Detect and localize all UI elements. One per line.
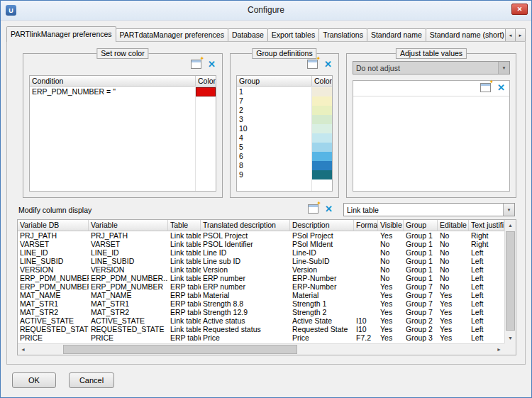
main-column-header[interactable]: Visible — [378, 220, 404, 231]
table-row[interactable]: REQUESTED_STATEREQUESTED_STATELink table… — [18, 325, 504, 333]
delete-icon[interactable]: ✕ — [324, 60, 332, 69]
table-cell: Material — [201, 291, 290, 299]
group-definitions-body: 17231045689 — [237, 87, 332, 191]
scroll-right-icon[interactable]: ► — [494, 344, 504, 355]
table-cell: ERP table — [168, 299, 201, 308]
table-cell: Left — [469, 316, 504, 325]
dropdown-arrow-button[interactable]: ▼ — [503, 204, 514, 216]
main-column-header[interactable]: Editable — [438, 220, 469, 231]
horizontal-scrollbar-thumb[interactable] — [63, 345, 297, 354]
group-row[interactable]: 8 — [237, 161, 332, 170]
group-row[interactable]: 2 — [237, 106, 332, 115]
tab-partlinkmanager-preferences[interactable]: PARTlinkManager preferences — [6, 26, 116, 42]
scroll-left-icon[interactable]: ◄ — [18, 344, 28, 355]
group-row[interactable]: 1 — [237, 87, 332, 96]
tab-partdatamanager-preferences[interactable]: PARTdataManager preferences — [116, 28, 228, 42]
main-column-header[interactable]: Group — [404, 220, 438, 231]
title-bar[interactable]: U Configure ✕ — [1, 1, 531, 21]
group-row[interactable]: 10 — [237, 124, 332, 133]
new-entry-icon[interactable] — [191, 60, 201, 69]
column-header-color[interactable]: Color — [312, 76, 332, 86]
main-column-header[interactable]: Table — [168, 220, 201, 231]
new-entry-icon[interactable] — [480, 83, 491, 92]
table-select-dropdown[interactable]: Link table ▼ — [343, 203, 515, 216]
tab-standard-name[interactable]: Standard name — [367, 28, 426, 42]
main-column-header[interactable]: Variable — [89, 220, 168, 231]
table-cell: Group 1 — [404, 240, 438, 248]
main-column-header[interactable]: Text justification — [469, 220, 504, 231]
main-table-header: Variable DBVariableTableTranslated descr… — [18, 220, 504, 231]
column-header-group[interactable]: Group — [237, 76, 312, 86]
tab-standard-name-short-[interactable]: Standard name (short) — [426, 28, 506, 42]
table-cell: ERP_PDM_NUMBER — [89, 282, 168, 291]
scroll-up-icon[interactable]: ▲ — [505, 220, 516, 231]
main-column-header[interactable]: Description — [290, 220, 354, 231]
table-cell: PSOL Identifier — [201, 240, 290, 248]
table-row[interactable]: LINE_SUBIDLINE_SUBIDLink tableLine sub I… — [18, 257, 504, 265]
main-column-header[interactable]: Format — [354, 220, 378, 231]
color-swatch — [312, 161, 332, 170]
adjust-mode-dropdown[interactable]: Do not adjust ▼ — [353, 61, 510, 74]
table-row[interactable]: VARSETVARSETLink tablePSOL IdentifierPSo… — [18, 240, 504, 248]
color-swatch — [196, 87, 216, 96]
ok-button[interactable]: OK — [12, 372, 56, 388]
table-row[interactable]: ERP_PDM_NUMBERERP_PDM_NUMBER...Link tabl… — [18, 274, 504, 282]
table-row[interactable]: PRJ_PATHPRJ_PATHLink tablePSOL ProjectPS… — [18, 231, 504, 240]
horizontal-scrollbar[interactable]: ◄ ► — [18, 343, 504, 355]
group-row[interactable]: 3 — [237, 115, 332, 124]
vertical-scrollbar-thumb[interactable] — [506, 231, 515, 331]
table-cell: PSol Project — [290, 231, 354, 240]
new-entry-icon[interactable] — [307, 60, 318, 69]
column-header-color[interactable]: Color — [196, 76, 216, 86]
scroll-down-icon[interactable]: ▼ — [505, 333, 516, 343]
table-row[interactable]: MAT_STR1MAT_STR1ERP tableStrength 8.8Str… — [18, 299, 504, 308]
cancel-button[interactable]: Cancel — [69, 372, 114, 388]
delete-icon[interactable]: ✕ — [497, 83, 505, 92]
tab-translations[interactable]: Translations — [318, 28, 367, 42]
table-row[interactable]: VERSIONVERSIONLink tableVersionVersionNo… — [18, 265, 504, 274]
color-swatch — [312, 124, 332, 133]
table-row[interactable]: MAT_NAMEMAT_NAMEERP tableMaterialMateria… — [18, 291, 504, 299]
dropdown-arrow-button[interactable]: ▼ — [498, 62, 509, 74]
table-cell: Active State — [290, 316, 354, 325]
main-column-header[interactable]: Translated description — [201, 220, 290, 231]
table-cell: No — [438, 282, 469, 291]
tab-database[interactable]: Database — [228, 28, 268, 42]
delete-icon[interactable]: ✕ — [208, 60, 216, 69]
table-cell: Group 1 — [404, 265, 438, 274]
vertical-scrollbar[interactable]: ▲ ▼ — [504, 220, 516, 343]
group-row[interactable]: 9 — [237, 170, 332, 179]
table-cell: PSol MIdent — [290, 240, 354, 248]
tab-strip: PARTlinkManager preferencesPARTdataManag… — [6, 26, 506, 42]
new-entry-icon[interactable] — [308, 204, 318, 214]
table-cell: Link table — [168, 240, 201, 248]
tab-export-tables[interactable]: Export tables — [267, 28, 319, 42]
adjust-values-list: ✕ — [353, 80, 510, 192]
tab-scroll-right-button[interactable]: ► — [515, 28, 526, 42]
table-row[interactable]: MAT_STR2MAT_STR2ERP tableStrength 12.9St… — [18, 308, 504, 316]
table-cell — [354, 231, 378, 240]
row-color-row[interactable]: ERP_PDM_NUMBER = '' — [30, 87, 216, 96]
table-row[interactable]: ERP_PDM_NUMBERERP_PDM_NUMBERERP tableERP… — [18, 282, 504, 291]
table-row[interactable]: LINE_IDLINE_IDLink tableLine IDLine-IDNo… — [18, 248, 504, 257]
group-row[interactable]: 4 — [237, 133, 332, 143]
table-cell: Yes — [378, 291, 404, 299]
column-header-condition[interactable]: Condition — [30, 76, 196, 86]
table-cell — [354, 274, 378, 282]
group-row[interactable]: 7 — [237, 96, 332, 106]
table-cell: No — [378, 257, 404, 265]
table-cell: Link table — [168, 257, 201, 265]
close-button[interactable]: ✕ — [511, 4, 528, 15]
main-column-header[interactable]: Variable DB — [18, 220, 89, 231]
chevron-down-icon: ▼ — [502, 66, 506, 70]
table-row[interactable]: PRICEPRICEERP tablePricePriceF7.2YesGrou… — [18, 333, 504, 342]
table-cell: Line sub ID — [201, 257, 290, 265]
table-row[interactable]: ACTIVE_STATEACTIVE_STATELink tableActive… — [18, 316, 504, 325]
tab-scroll-left-button[interactable]: ◄ — [505, 28, 516, 42]
group-row[interactable]: 5 — [237, 143, 332, 152]
table-cell: Yes — [438, 308, 469, 316]
table-cell: LINE_SUBID — [89, 257, 168, 265]
group-row[interactable]: 6 — [237, 152, 332, 161]
table-cell: Line-SubID — [290, 257, 354, 265]
delete-icon[interactable]: ✕ — [325, 204, 333, 214]
